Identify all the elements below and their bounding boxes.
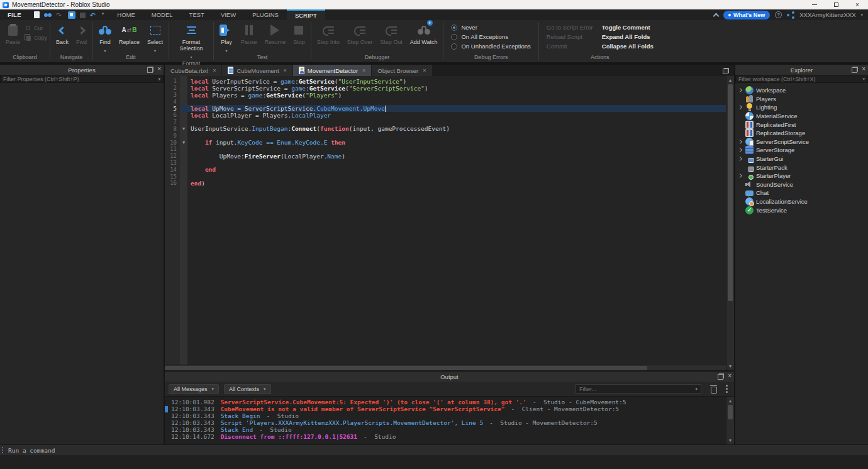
output-message[interactable]: 12:10:01.982ServerScriptService.CubeMove… bbox=[165, 399, 726, 406]
open-find-icon[interactable] bbox=[44, 11, 52, 19]
close-button[interactable]: × bbox=[847, 0, 868, 9]
play-button[interactable]: Play ▾ bbox=[216, 21, 236, 54]
close-panel-icon[interactable]: × bbox=[157, 67, 161, 72]
command-input[interactable]: Run a command bbox=[8, 447, 55, 454]
scroll-up-icon[interactable]: ▲ bbox=[726, 397, 734, 405]
close-tab-icon[interactable]: × bbox=[423, 67, 426, 74]
tab-home[interactable]: HOME bbox=[109, 9, 143, 20]
minimize-button[interactable] bbox=[804, 0, 825, 9]
float-panel-icon[interactable] bbox=[853, 67, 858, 72]
tree-item-workspace[interactable]: Workspace bbox=[735, 86, 868, 95]
tree-item-replicatedfirst[interactable]: ReplicatedFirst bbox=[735, 120, 868, 129]
tree-item-testservice[interactable]: TestService bbox=[735, 206, 868, 214]
toggle-comment-button[interactable]: Toggle Comment bbox=[602, 24, 654, 31]
expand-chevron-icon[interactable] bbox=[737, 89, 743, 92]
whats-new-button[interactable]: What's New bbox=[723, 11, 770, 19]
output-filter-input[interactable]: Filter...▾ bbox=[576, 384, 701, 394]
scroll-up-icon[interactable]: ▲ bbox=[726, 76, 734, 84]
tree-item-lighting[interactable]: Lighting bbox=[735, 103, 868, 112]
output-message[interactable]: 12:10:03.343Script 'Players.XXXArmyKitte… bbox=[165, 419, 726, 426]
tab-script[interactable]: SCRIPT bbox=[287, 9, 325, 20]
code-line-10[interactable]: 10▼ if input.KeyCode == Enum.KeyCode.E t… bbox=[165, 139, 726, 146]
float-editor-icon[interactable] bbox=[724, 68, 729, 73]
close-tab-icon[interactable]: × bbox=[362, 67, 365, 74]
messages-filter-dropdown[interactable]: All Messages▾ bbox=[169, 384, 219, 394]
tree-item-replicatedstorage[interactable]: ReplicatedStorage bbox=[735, 129, 868, 138]
editor-tab-cubebeta[interactable]: CubeBeta.rbxl× bbox=[165, 65, 221, 76]
code-line-11[interactable]: 11 bbox=[165, 146, 726, 153]
user-menu-caret-icon[interactable]: ▾ bbox=[860, 13, 863, 18]
tree-item-players[interactable]: Players bbox=[735, 95, 868, 104]
tab-view[interactable]: VIEW bbox=[213, 9, 244, 20]
code-line-14[interactable]: 14 end bbox=[165, 166, 726, 173]
maximize-button[interactable] bbox=[825, 0, 847, 9]
debug-errors-option-on-all-exceptions[interactable]: On All Exceptions bbox=[451, 33, 530, 40]
back-button[interactable]: Back bbox=[53, 21, 72, 45]
file-menu[interactable]: FILE bbox=[0, 9, 29, 20]
output-message[interactable]: 12:10:03.343Stack End- Studio bbox=[165, 426, 726, 433]
tree-item-soundservice[interactable]: SoundService bbox=[735, 180, 868, 189]
expand-chevron-icon[interactable] bbox=[737, 148, 743, 152]
select-button[interactable]: Select ▾ bbox=[144, 21, 166, 54]
tree-item-chat[interactable]: Chat bbox=[735, 189, 868, 197]
code-line-4[interactable]: 4 bbox=[165, 98, 726, 105]
tree-item-materialservice[interactable]: MaterialService bbox=[735, 112, 868, 121]
collapse-all-folds-button[interactable]: Collapse All Folds bbox=[602, 43, 654, 50]
share-icon[interactable] bbox=[787, 11, 794, 19]
contexts-filter-dropdown[interactable]: All Contexts▾ bbox=[224, 384, 271, 394]
expand-chevron-icon[interactable] bbox=[737, 106, 743, 109]
close-tab-icon[interactable]: × bbox=[213, 67, 216, 74]
expand-all-folds-button[interactable]: Expand All Folds bbox=[602, 33, 654, 40]
code-line-8[interactable]: 8▼UserInputService.InputBegan:Connect(fu… bbox=[165, 126, 726, 133]
code-line-7[interactable]: 7 bbox=[165, 119, 726, 126]
grip-icon[interactable] bbox=[2, 447, 4, 454]
quick-access-caret-icon[interactable]: ▾ bbox=[102, 11, 104, 19]
username[interactable]: XXXArmyKittenzXXX bbox=[799, 11, 855, 18]
editor-tab-cubemovement[interactable]: CubeMovement× bbox=[222, 65, 292, 76]
code-line-1[interactable]: 1local UserInputService = game:GetServic… bbox=[165, 78, 726, 85]
fold-chevron-icon[interactable]: ▼ bbox=[180, 140, 187, 145]
editor-tab-movementdetector[interactable]: MovementDetector× bbox=[293, 65, 372, 76]
explorer-filter-input[interactable]: Filter workspace (Ctrl+Shift+X) ▾ bbox=[735, 75, 868, 83]
editor-vertical-scrollbar[interactable]: ▲ ▼ bbox=[726, 76, 734, 370]
radio-icon[interactable] bbox=[451, 34, 457, 40]
tree-item-serverscriptservice[interactable]: ServerScriptService bbox=[735, 138, 868, 146]
tree-item-serverstorage[interactable]: ServerStorage bbox=[735, 146, 868, 155]
code-line-9[interactable]: 9 bbox=[165, 132, 726, 139]
code-line-3[interactable]: 3local Players = game:GetService("Player… bbox=[165, 92, 726, 99]
new-file-icon[interactable] bbox=[34, 11, 40, 18]
code-line-12[interactable]: 12 UpMove:FireServer(LocalPlayer.Name) bbox=[165, 153, 726, 160]
editor-horizontal-scrollbar[interactable] bbox=[165, 365, 726, 370]
float-panel-icon[interactable] bbox=[719, 373, 724, 378]
code-line-6[interactable]: 6local LocalPlayer = Players.LocalPlayer bbox=[165, 112, 726, 119]
collapse-ribbon-icon[interactable] bbox=[713, 13, 720, 19]
code-line-5[interactable]: 5local UpMove = ServerScriptService.Cube… bbox=[165, 105, 726, 112]
tab-model[interactable]: MODEL bbox=[143, 9, 181, 20]
tree-item-starterpack[interactable]: StarterPack bbox=[735, 163, 868, 172]
tree-item-starterplayer[interactable]: StarterPlayer bbox=[735, 172, 868, 180]
output-menu-icon[interactable] bbox=[726, 385, 728, 393]
scroll-down-icon[interactable]: ▼ bbox=[726, 362, 734, 370]
add-watch-button[interactable]: + Add Watch bbox=[407, 21, 441, 45]
expand-chevron-icon[interactable] bbox=[737, 174, 743, 177]
float-panel-icon[interactable] bbox=[148, 67, 153, 72]
tab-plugins[interactable]: PLUGINS bbox=[244, 9, 287, 20]
format-selection-button[interactable]: Format Selection ▾ bbox=[172, 21, 211, 60]
code-line-15[interactable]: 15 bbox=[165, 173, 726, 180]
output-message[interactable]: 12:10:14.672Disconnect from ::ffff:127.0… bbox=[165, 433, 726, 440]
fold-chevron-icon[interactable]: ▼ bbox=[180, 126, 187, 131]
output-message[interactable]: 12:10:03.343Stack Begin- Studio bbox=[165, 412, 726, 419]
help-icon[interactable]: ? bbox=[775, 11, 782, 18]
replace-button[interactable]: A⇄B Replace bbox=[116, 21, 143, 45]
code-line-2[interactable]: 2local ServerScriptService = game:GetSer… bbox=[165, 85, 726, 92]
scroll-down-icon[interactable]: ▼ bbox=[726, 436, 734, 444]
command-bar[interactable]: Run a command bbox=[0, 444, 868, 455]
tree-item-localizationservice[interactable]: LocalizationService bbox=[735, 197, 868, 206]
code-line-16[interactable]: 16end) bbox=[165, 180, 726, 187]
tree-item-startergui[interactable]: StarterGui bbox=[735, 155, 868, 163]
expand-chevron-icon[interactable] bbox=[737, 140, 743, 143]
close-panel-icon[interactable]: × bbox=[862, 67, 865, 72]
tab-test[interactable]: TEST bbox=[181, 9, 213, 20]
close-panel-icon[interactable]: × bbox=[728, 373, 732, 378]
properties-filter-input[interactable]: Filter Properties (Ctrl+Shift+P) ▾ bbox=[0, 75, 164, 83]
